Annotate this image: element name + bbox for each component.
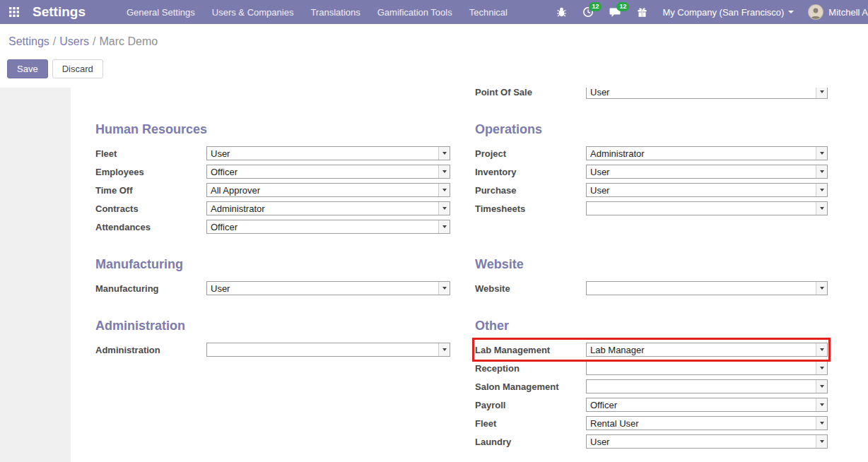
chevron-down-icon	[816, 282, 827, 295]
inventory-select[interactable]: User	[586, 165, 828, 179]
salon-management-select[interactable]	[586, 379, 828, 393]
company-name: My Company (San Francisco)	[662, 7, 784, 18]
field-row-purchase: Purchase User	[475, 181, 828, 199]
project-select[interactable]: Administrator	[586, 146, 828, 160]
menu-technical[interactable]: Technical	[461, 0, 516, 24]
select-value: All Approver	[207, 184, 438, 196]
field-label: Fleet	[475, 418, 586, 429]
chevron-down-icon	[816, 398, 827, 411]
section-title: Website	[475, 257, 828, 272]
discard-button[interactable]: Discard	[52, 59, 103, 78]
chevron-down-icon	[816, 88, 827, 98]
chevron-down-icon	[438, 147, 450, 160]
breadcrumb-users[interactable]: Users	[59, 35, 89, 47]
field-row-contracts: Contracts Administrator	[95, 199, 450, 218]
contracts-select[interactable]: Administrator	[206, 201, 450, 215]
laundry-select[interactable]: User	[586, 434, 828, 449]
chevron-down-icon	[816, 343, 827, 356]
chevron-down-icon	[438, 282, 450, 295]
chevron-down-icon	[816, 202, 827, 215]
section-title: Other	[475, 319, 828, 333]
section-title: Operations	[475, 122, 828, 137]
user-menu[interactable]: Mitchell A	[828, 7, 868, 18]
breadcrumb: Settings/Users/Marc Demo	[0, 24, 868, 49]
select-value: User	[587, 184, 816, 196]
reception-select[interactable]	[586, 361, 828, 375]
bug-glyph	[556, 7, 567, 18]
field-row-administration: Administration	[95, 340, 450, 359]
section-human-resources: Human Resources Fleet User Employees Off…	[95, 122, 450, 236]
company-switcher[interactable]: My Company (San Francisco)	[655, 7, 801, 18]
menu-translations[interactable]: Translations	[302, 0, 368, 24]
chevron-down-icon	[438, 220, 450, 233]
select-value: User	[587, 435, 816, 448]
messages-icon[interactable]: 12	[602, 0, 629, 24]
save-button[interactable]: Save	[7, 59, 48, 78]
field-row-laundry: Laundry User	[475, 432, 828, 451]
section-manufacturing: Manufacturing Manufacturing User	[95, 257, 450, 297]
gift-icon[interactable]	[629, 0, 655, 24]
section-website: Website Website	[475, 257, 828, 297]
administration-select[interactable]	[206, 343, 450, 357]
select-value	[587, 202, 816, 215]
action-bar: Save Discard	[0, 49, 868, 88]
chevron-down-icon	[788, 11, 794, 13]
activity-badge: 12	[589, 2, 602, 11]
section-other: Other Lab Management Lab Manager Recepti…	[475, 319, 828, 451]
select-value: Lab Manager	[587, 343, 816, 356]
access-rights-grid: Point Of Sale User Human Resources Fleet…	[95, 88, 868, 451]
field-row-salon-management: Salon Management	[475, 377, 828, 396]
field-row-payroll: Payroll Officer	[475, 396, 828, 414]
field-label: Fleet	[95, 148, 206, 159]
section-title: Human Resources	[95, 122, 450, 137]
person-glyph	[809, 6, 822, 19]
breadcrumb-separator: /	[89, 35, 99, 47]
field-row-manufacturing: Manufacturing User	[95, 279, 450, 297]
chevron-down-icon	[438, 165, 450, 178]
messages-badge: 12	[616, 2, 629, 11]
section-title: Administration	[95, 319, 450, 333]
top-navbar: Settings General Settings Users & Compan…	[0, 0, 868, 24]
apps-grid-icon[interactable]	[4, 0, 24, 24]
field-label: Manufacturing	[95, 283, 206, 294]
select-value	[207, 343, 438, 356]
select-value: Rental User	[587, 417, 816, 430]
field-label: Salon Management	[475, 381, 586, 392]
field-row-lab-management-highlighted: Lab Management Lab Manager	[475, 340, 828, 359]
field-row-fleet: Fleet User	[95, 144, 450, 162]
field-label: Lab Management	[475, 345, 586, 355]
time-off-select[interactable]: All Approver	[206, 183, 450, 197]
select-value: User	[587, 88, 816, 98]
section-operations: Operations Project Administrator Invento…	[475, 122, 828, 236]
avatar[interactable]	[808, 4, 823, 20]
chevron-down-icon	[438, 184, 450, 196]
field-row-attendances: Attendances Officer	[95, 218, 450, 236]
payroll-select[interactable]: Officer	[586, 398, 828, 412]
select-value	[587, 380, 816, 393]
attendances-select[interactable]: Officer	[206, 220, 450, 234]
lab-management-select[interactable]: Lab Manager	[586, 343, 828, 357]
field-label: Timesheets	[475, 203, 586, 214]
purchase-select[interactable]: User	[586, 183, 828, 197]
website-select[interactable]	[586, 281, 828, 295]
systray: 12 12 My Company (San Francisco)	[549, 0, 868, 24]
menu-gamification-tools[interactable]: Gamification Tools	[369, 0, 461, 24]
activity-icon[interactable]: 12	[575, 0, 602, 24]
field-row-reception: Reception	[475, 359, 828, 377]
bug-icon[interactable]	[549, 0, 575, 24]
fleet-rental-select[interactable]: Rental User	[586, 416, 828, 430]
field-label: Administration	[95, 345, 206, 355]
fleet-select[interactable]: User	[206, 146, 450, 160]
field-row-website: Website	[475, 279, 828, 297]
field-row-time-off: Time Off All Approver	[95, 181, 450, 199]
main-menu: General Settings Users & Companies Trans…	[118, 0, 516, 24]
menu-users-companies[interactable]: Users & Companies	[204, 0, 303, 24]
chevron-down-icon	[816, 435, 827, 448]
section-title: Manufacturing	[95, 257, 450, 272]
menu-general-settings[interactable]: General Settings	[118, 0, 204, 24]
manufacturing-select[interactable]: User	[206, 281, 450, 295]
employees-select[interactable]: Officer	[206, 165, 450, 179]
timesheets-select[interactable]	[586, 201, 828, 215]
breadcrumb-settings[interactable]: Settings	[8, 35, 49, 47]
point-of-sale-select[interactable]: User	[586, 88, 828, 99]
